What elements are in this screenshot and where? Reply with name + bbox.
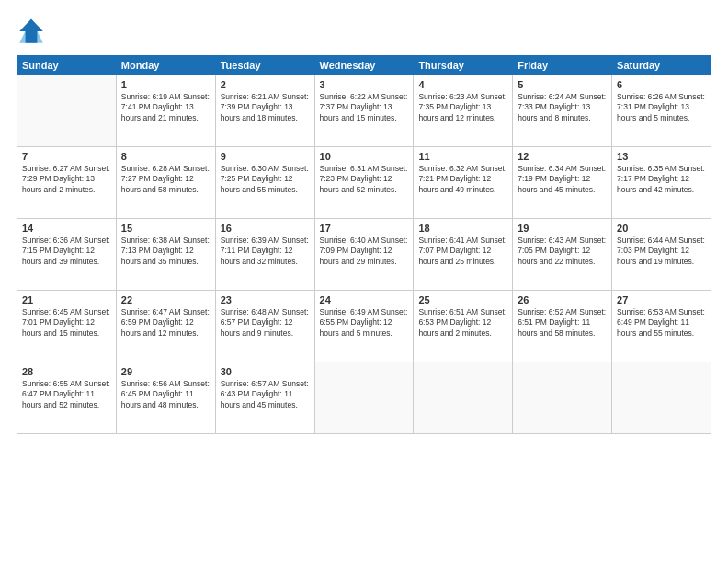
calendar-cell: 19Sunrise: 6:43 AM Sunset: 7:05 PM Dayli… (513, 219, 612, 291)
calendar-cell: 13Sunrise: 6:35 AM Sunset: 7:17 PM Dayli… (612, 147, 711, 219)
day-info: Sunrise: 6:23 AM Sunset: 7:35 PM Dayligh… (418, 92, 507, 123)
logo (17, 17, 50, 46)
day-number: 3 (320, 79, 409, 90)
week-row-5: 28Sunrise: 6:55 AM Sunset: 6:47 PM Dayli… (17, 362, 711, 434)
day-number: 11 (418, 151, 507, 162)
day-number: 22 (121, 294, 210, 305)
calendar-cell: 20Sunrise: 6:44 AM Sunset: 7:03 PM Dayli… (612, 219, 711, 291)
day-info: Sunrise: 6:57 AM Sunset: 6:43 PM Dayligh… (221, 379, 310, 410)
day-info: Sunrise: 6:56 AM Sunset: 6:45 PM Dayligh… (121, 379, 210, 410)
day-number: 1 (121, 79, 210, 90)
day-number: 24 (320, 294, 409, 305)
calendar-header: SundayMondayTuesdayWednesdayThursdayFrid… (17, 56, 711, 75)
calendar-cell: 28Sunrise: 6:55 AM Sunset: 6:47 PM Dayli… (17, 362, 117, 434)
day-info: Sunrise: 6:44 AM Sunset: 7:03 PM Dayligh… (617, 236, 706, 267)
day-number: 28 (22, 366, 111, 377)
day-info: Sunrise: 6:43 AM Sunset: 7:05 PM Dayligh… (518, 236, 607, 267)
day-info: Sunrise: 6:51 AM Sunset: 6:53 PM Dayligh… (418, 307, 507, 339)
week-row-4: 21Sunrise: 6:45 AM Sunset: 7:01 PM Dayli… (17, 291, 711, 362)
day-info: Sunrise: 6:48 AM Sunset: 6:57 PM Dayligh… (221, 307, 310, 339)
day-number: 16 (221, 223, 310, 234)
page: SundayMondayTuesdayWednesdayThursdayFrid… (0, 0, 728, 563)
day-number: 29 (121, 366, 210, 377)
day-info: Sunrise: 6:41 AM Sunset: 7:07 PM Dayligh… (418, 236, 507, 267)
calendar-cell: 4Sunrise: 6:23 AM Sunset: 7:35 PM Daylig… (414, 75, 513, 147)
day-number: 7 (22, 151, 111, 162)
calendar-cell: 3Sunrise: 6:22 AM Sunset: 7:37 PM Daylig… (314, 75, 414, 147)
calendar-cell: 15Sunrise: 6:38 AM Sunset: 7:13 PM Dayli… (116, 219, 215, 291)
calendar-cell: 24Sunrise: 6:49 AM Sunset: 6:55 PM Dayli… (314, 291, 414, 362)
day-number: 30 (221, 366, 310, 377)
day-number: 23 (221, 294, 310, 305)
calendar-cell (314, 362, 414, 434)
calendar-cell (414, 362, 513, 434)
day-number: 5 (518, 79, 607, 90)
logo-icon (17, 17, 46, 46)
day-number: 21 (22, 294, 111, 305)
calendar-cell (513, 362, 612, 434)
weekday-monday: Monday (116, 56, 215, 75)
weekday-sunday: Sunday (17, 56, 117, 75)
day-info: Sunrise: 6:22 AM Sunset: 7:37 PM Dayligh… (320, 92, 409, 123)
calendar-cell: 8Sunrise: 6:28 AM Sunset: 7:27 PM Daylig… (116, 147, 215, 219)
day-info: Sunrise: 6:34 AM Sunset: 7:19 PM Dayligh… (518, 164, 607, 195)
day-number: 6 (617, 79, 706, 90)
weekday-row: SundayMondayTuesdayWednesdayThursdayFrid… (17, 56, 711, 75)
calendar-cell (17, 75, 117, 147)
weekday-thursday: Thursday (414, 56, 513, 75)
calendar-cell: 12Sunrise: 6:34 AM Sunset: 7:19 PM Dayli… (513, 147, 612, 219)
day-info: Sunrise: 6:31 AM Sunset: 7:23 PM Dayligh… (320, 164, 409, 195)
calendar-cell: 23Sunrise: 6:48 AM Sunset: 6:57 PM Dayli… (215, 291, 314, 362)
day-info: Sunrise: 6:52 AM Sunset: 6:51 PM Dayligh… (518, 307, 607, 339)
calendar-cell: 10Sunrise: 6:31 AM Sunset: 7:23 PM Dayli… (314, 147, 414, 219)
day-info: Sunrise: 6:35 AM Sunset: 7:17 PM Dayligh… (617, 164, 706, 195)
calendar-cell: 27Sunrise: 6:53 AM Sunset: 6:49 PM Dayli… (612, 291, 711, 362)
calendar-cell: 7Sunrise: 6:27 AM Sunset: 7:29 PM Daylig… (17, 147, 117, 219)
day-number: 2 (221, 79, 310, 90)
week-row-2: 7Sunrise: 6:27 AM Sunset: 7:29 PM Daylig… (17, 147, 711, 219)
calendar-cell: 25Sunrise: 6:51 AM Sunset: 6:53 PM Dayli… (414, 291, 513, 362)
calendar-cell: 14Sunrise: 6:36 AM Sunset: 7:15 PM Dayli… (17, 219, 117, 291)
calendar-cell: 17Sunrise: 6:40 AM Sunset: 7:09 PM Dayli… (314, 219, 414, 291)
calendar-table: SundayMondayTuesdayWednesdayThursdayFrid… (17, 55, 711, 434)
weekday-wednesday: Wednesday (314, 56, 414, 75)
calendar-cell: 21Sunrise: 6:45 AM Sunset: 7:01 PM Dayli… (17, 291, 117, 362)
day-info: Sunrise: 6:39 AM Sunset: 7:11 PM Dayligh… (221, 236, 310, 267)
week-row-1: 1Sunrise: 6:19 AM Sunset: 7:41 PM Daylig… (17, 75, 711, 147)
day-number: 19 (518, 223, 607, 234)
day-number: 13 (617, 151, 706, 162)
day-number: 25 (418, 294, 507, 305)
calendar-cell: 30Sunrise: 6:57 AM Sunset: 6:43 PM Dayli… (215, 362, 314, 434)
calendar-cell: 26Sunrise: 6:52 AM Sunset: 6:51 PM Dayli… (513, 291, 612, 362)
calendar-cell: 22Sunrise: 6:47 AM Sunset: 6:59 PM Dayli… (116, 291, 215, 362)
day-number: 15 (121, 223, 210, 234)
day-info: Sunrise: 6:27 AM Sunset: 7:29 PM Dayligh… (22, 164, 111, 195)
calendar-cell (612, 362, 711, 434)
day-info: Sunrise: 6:47 AM Sunset: 6:59 PM Dayligh… (121, 307, 210, 339)
day-number: 12 (518, 151, 607, 162)
day-number: 20 (617, 223, 706, 234)
day-info: Sunrise: 6:26 AM Sunset: 7:31 PM Dayligh… (617, 92, 706, 123)
day-info: Sunrise: 6:36 AM Sunset: 7:15 PM Dayligh… (22, 236, 111, 267)
weekday-friday: Friday (513, 56, 612, 75)
day-info: Sunrise: 6:45 AM Sunset: 7:01 PM Dayligh… (22, 307, 111, 339)
day-number: 9 (221, 151, 310, 162)
calendar-cell: 9Sunrise: 6:30 AM Sunset: 7:25 PM Daylig… (215, 147, 314, 219)
day-info: Sunrise: 6:24 AM Sunset: 7:33 PM Dayligh… (518, 92, 607, 123)
calendar-cell: 5Sunrise: 6:24 AM Sunset: 7:33 PM Daylig… (513, 75, 612, 147)
day-info: Sunrise: 6:49 AM Sunset: 6:55 PM Dayligh… (320, 307, 409, 339)
calendar-cell: 16Sunrise: 6:39 AM Sunset: 7:11 PM Dayli… (215, 219, 314, 291)
day-info: Sunrise: 6:19 AM Sunset: 7:41 PM Dayligh… (121, 92, 210, 123)
day-number: 26 (518, 294, 607, 305)
day-number: 8 (121, 151, 210, 162)
calendar-body: 1Sunrise: 6:19 AM Sunset: 7:41 PM Daylig… (17, 75, 711, 434)
day-info: Sunrise: 6:28 AM Sunset: 7:27 PM Dayligh… (121, 164, 210, 195)
calendar-cell: 6Sunrise: 6:26 AM Sunset: 7:31 PM Daylig… (612, 75, 711, 147)
week-row-3: 14Sunrise: 6:36 AM Sunset: 7:15 PM Dayli… (17, 219, 711, 291)
day-info: Sunrise: 6:21 AM Sunset: 7:39 PM Dayligh… (221, 92, 310, 123)
calendar-cell: 29Sunrise: 6:56 AM Sunset: 6:45 PM Dayli… (116, 362, 215, 434)
day-info: Sunrise: 6:30 AM Sunset: 7:25 PM Dayligh… (221, 164, 310, 195)
day-number: 4 (418, 79, 507, 90)
day-info: Sunrise: 6:32 AM Sunset: 7:21 PM Dayligh… (418, 164, 507, 195)
weekday-tuesday: Tuesday (215, 56, 314, 75)
